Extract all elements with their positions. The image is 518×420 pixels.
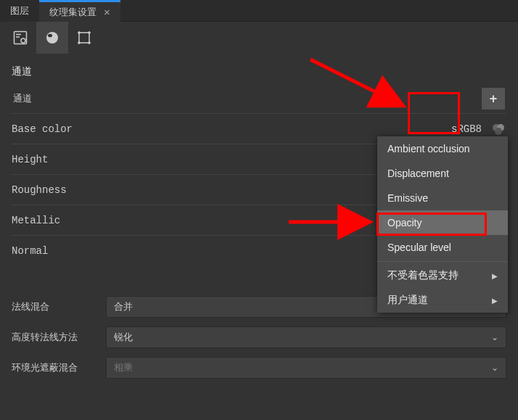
ao-blend-row: 环境光遮蔽混合 相乘 ⌄ [12, 353, 506, 383]
add-channel-button[interactable]: + [482, 88, 505, 110]
ao-blend-value: 相乘 [114, 361, 133, 374]
svg-point-5 [48, 34, 52, 38]
channels-subheader-row: 通道 + [12, 84, 506, 113]
channels-label: 通道 [13, 92, 32, 105]
chevron-right-icon: ▶ [492, 297, 498, 305]
close-icon[interactable]: × [104, 4, 110, 21]
chevron-down-icon: ⌄ [491, 332, 498, 342]
height-to-normal-row: 高度转法线方法 锐化 ⌄ [12, 322, 506, 353]
settings-icon[interactable] [4, 22, 36, 54]
menu-item-emissive[interactable]: Emissive [377, 186, 508, 210]
toolbar [0, 22, 518, 54]
svg-point-4 [46, 32, 58, 44]
chevron-right-icon: ▶ [492, 272, 498, 280]
channel-name: Base color [12, 123, 451, 135]
menu-item-user-channels[interactable]: 用户通道 ▶ [377, 288, 508, 313]
ao-blend-label: 环境光遮蔽混合 [12, 361, 97, 374]
menu-item-displacement[interactable]: Displacement [377, 161, 508, 186]
normal-blend-label: 法线混合 [12, 300, 97, 313]
add-channel-menu: Ambient occlusion Displacement Emissive … [377, 136, 508, 313]
tab-textureset-label: 纹理集设置 [49, 4, 96, 21]
svg-rect-6 [79, 33, 89, 43]
normal-blend-value: 合并 [114, 300, 133, 313]
channel-format: sRGB8 [451, 123, 490, 135]
uv-bounds-icon[interactable] [68, 22, 100, 54]
height-to-normal-label: 高度转法线方法 [12, 331, 97, 344]
height-to-normal-value: 锐化 [114, 331, 133, 344]
tab-layers-label: 图层 [10, 0, 29, 22]
channels-header: 通道 [12, 58, 506, 84]
ao-blend-dropdown[interactable]: 相乘 ⌄ [106, 357, 506, 379]
plus-icon: + [490, 91, 498, 107]
sphere-icon[interactable] [36, 22, 68, 54]
svg-point-1 [21, 38, 25, 43]
tab-textureset-settings[interactable]: 纹理集设置 × [39, 0, 120, 22]
tab-layers[interactable]: 图层 [0, 0, 39, 22]
channel-type-icon[interactable] [490, 121, 506, 137]
menu-item-specular-level[interactable]: Specular level [377, 235, 508, 260]
menu-item-ambient-occlusion[interactable]: Ambient occlusion [377, 136, 508, 161]
chevron-down-icon: ⌄ [491, 363, 498, 373]
tab-bar: 图层 纹理集设置 × [0, 0, 518, 22]
menu-item-opacity[interactable]: Opacity [377, 210, 508, 235]
svg-point-17 [495, 128, 502, 135]
menu-separator [377, 261, 508, 262]
height-to-normal-dropdown[interactable]: 锐化 ⌄ [106, 326, 506, 348]
menu-item-unsupported-shader[interactable]: 不受着色器支持 ▶ [377, 263, 508, 288]
